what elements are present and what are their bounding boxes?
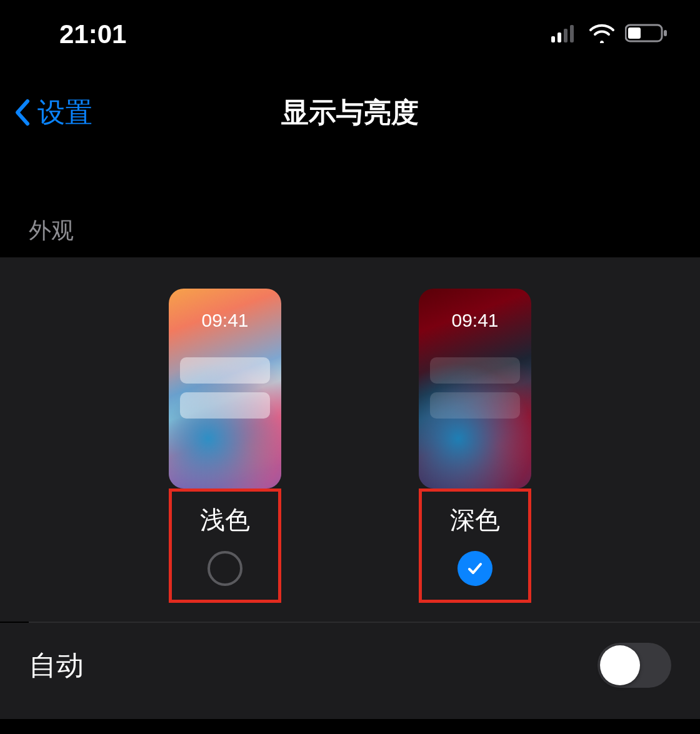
radio-checked-icon[interactable] [458,551,492,586]
preview-widgets-dark [430,357,520,419]
svg-rect-3 [570,25,574,42]
status-bar: 21:01 [0,0,700,69]
light-label: 浅色 [200,503,250,537]
preview-time-dark: 09:41 [419,310,531,331]
appearance-panel: 09:41 浅色 09:41 深色 [0,257,700,622]
cellular-icon [551,24,579,45]
appearance-option-light[interactable]: 09:41 浅色 [169,289,281,603]
svg-rect-0 [551,36,555,42]
switch-knob [600,645,640,685]
preview-widget [430,357,520,384]
dark-label: 深色 [450,503,500,537]
chevron-left-icon [12,97,32,127]
preview-widget [180,392,270,419]
auto-label: 自动 [29,647,84,684]
status-time: 21:01 [59,19,126,49]
page-title: 显示与亮度 [0,94,700,131]
wifi-icon [588,23,616,46]
preview-widget [430,392,520,419]
svg-rect-6 [664,30,667,36]
highlight-box-light: 浅色 [169,489,281,603]
check-icon [466,559,484,578]
light-preview: 09:41 [169,289,281,489]
radio-unchecked-icon[interactable] [208,551,242,586]
highlight-box-dark: 深色 [419,489,531,603]
appearance-section-header: 外观 [0,156,700,257]
back-button[interactable]: 设置 [12,94,92,131]
svg-rect-1 [558,32,561,42]
battery-icon [625,23,669,46]
status-icons [551,23,669,46]
back-label: 设置 [38,94,92,131]
svg-rect-2 [564,29,568,42]
nav-bar: 设置 显示与亮度 [0,69,700,156]
preview-time-light: 09:41 [169,310,281,331]
appearance-option-dark[interactable]: 09:41 深色 [419,289,531,603]
content: 外观 09:41 浅色 09:41 [0,156,700,719]
auto-toggle[interactable] [598,643,671,688]
preview-widget [180,357,270,384]
auto-row: 自动 [0,623,700,719]
preview-widgets-light [180,357,270,419]
dark-preview: 09:41 [419,289,531,489]
svg-rect-5 [628,27,641,39]
